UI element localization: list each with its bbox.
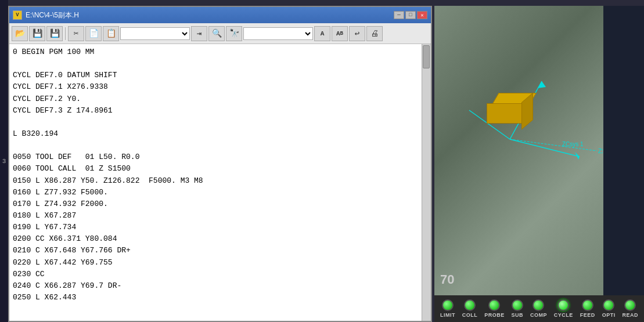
bt-item-opti[interactable]: OPTI [602,299,616,318]
open-button[interactable]: 📂 [12,26,28,41]
bt-label-sub: SUB [512,312,524,318]
left-edge-number: 3 [2,158,6,165]
undo-button[interactable]: ↩ [349,26,365,41]
save-button[interactable]: 💾 [29,26,45,41]
bt-item-probe[interactable]: PROBE [484,299,505,318]
maximize-button[interactable]: □ [405,11,416,19]
bt-label-probe: PROBE [484,312,505,318]
title-bar-left: V E:\NC\4-\5副本.H [13,10,79,20]
workpiece-3d [487,93,533,125]
minimize-button[interactable]: — [394,11,404,19]
bt-item-feed[interactable]: FEED [580,299,595,318]
bt-led-limit [442,299,454,311]
window-controls: — □ ✕ [394,11,427,19]
left-edge-panel: 3 [0,0,8,322]
code-content[interactable]: 0 BEGIN PGM 100 MM CYCL DEF7.0 DATUM SHI… [9,44,422,321]
scrollbar-vertical[interactable] [422,44,431,321]
bt-led-cycle [557,299,569,311]
bt-led-read [624,299,636,311]
window-title: E:\NC\4-\5副本.H [26,10,79,20]
bt-label-feed: FEED [580,312,595,318]
bt-label-opti: OPTI [602,312,616,318]
paste-button[interactable]: 📋 [103,26,119,41]
bt-led-opti [603,299,614,311]
bt-item-coll[interactable]: COLL [462,299,478,318]
close-button[interactable]: ✕ [417,11,427,19]
toolbar: 📂 💾 💾 ✂ 📄 📋 ⇥ 🔍 🔭 A AB ↩ 🖨 [9,23,431,44]
workpiece-front-face [487,103,524,124]
bottom-toolbar: LIMITCOLLPROBESUBCOMPCYCLEFEEDOPTIREAD [434,295,644,322]
num-display: 70 [440,272,454,287]
font-b-button[interactable]: AB [332,26,348,41]
svg-line-5 [510,139,597,151]
bt-label-cycle: CYCLE [554,312,573,318]
bt-label-limit: LIMIT [440,312,455,318]
bt-label-coll: COLL [462,312,478,318]
bt-item-cycle[interactable]: CYCLE [554,299,573,318]
bt-led-comp [533,299,544,311]
code-area: 0 BEGIN PGM 100 MM CYCL DEF7.0 DATUM SHI… [9,44,431,321]
scrollbar-thumb[interactable] [423,45,430,68]
bt-item-comp[interactable]: COMP [530,299,547,318]
bt-item-read[interactable]: READ [623,299,639,318]
dropdown-1[interactable] [120,27,190,40]
bt-led-coll [464,299,476,311]
editor-window: V E:\NC\4-\5副本.H — □ ✕ 📂 💾 💾 ✂ 📄 📋 ⇥ 🔍 🔭… [8,6,432,322]
search-button[interactable]: 🔍 [208,26,225,41]
app-icon: V [13,10,22,20]
bt-led-feed [582,299,593,311]
cut-button[interactable]: ✂ [68,26,84,41]
binoculars-button[interactable]: 🔭 [226,26,242,41]
bt-item-sub[interactable]: SUB [512,299,524,318]
bt-led-sub [512,299,523,311]
bt-label-comp: COMP [530,312,547,318]
save-as-button[interactable]: 💾 [46,26,63,41]
viewport-3d: Z对 ZCsys 1 70 [434,6,644,322]
dropdown-2[interactable] [243,27,313,40]
toolbar-separator-1 [65,27,66,40]
bt-item-limit[interactable]: LIMIT [440,299,455,318]
title-bar: V E:\NC\4-\5副本.H — □ ✕ [9,7,431,23]
bt-label-read: READ [623,312,639,318]
svg-marker-3 [538,81,546,88]
copy-button[interactable]: 📄 [85,26,102,41]
dark-side-panel [603,6,644,322]
bt-led-probe [488,299,500,311]
svg-text:ZCsys 1: ZCsys 1 [562,141,584,147]
font-button[interactable]: A [314,26,330,41]
svg-text:Z对: Z对 [598,148,603,154]
print-button[interactable]: 🖨 [366,26,383,41]
nav-button[interactable]: ⇥ [191,26,207,41]
